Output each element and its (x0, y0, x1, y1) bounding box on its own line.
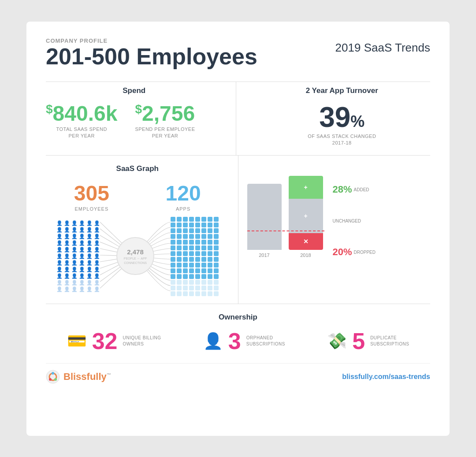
app-icon (214, 268, 219, 273)
year-2018-label: 2018 (300, 253, 311, 258)
app-icon (208, 223, 212, 227)
ownership-section-label: Ownership (46, 313, 430, 322)
app-icon (189, 223, 194, 227)
app-icon (177, 274, 182, 279)
people-row: 👤👤👤👤👤👤 (56, 267, 100, 272)
app-icon (189, 234, 194, 239)
per-employee-desc: SPEND PER EMPLOYEEPER YEAR (135, 126, 195, 140)
app-icon (208, 217, 212, 222)
app-icon (195, 234, 200, 239)
app-icon (201, 257, 206, 262)
app-icon (214, 286, 219, 290)
app-icon (201, 280, 206, 285)
app-icon (177, 223, 182, 227)
app-icon (177, 268, 182, 273)
top-row: Spend $840.6k TOTAL SAAS SPENDPER YEAR $… (46, 82, 430, 156)
app-icon (189, 280, 194, 285)
person-icon: 👤 (64, 280, 70, 286)
person-icon: 👤 (56, 247, 63, 253)
app-icon (208, 228, 212, 233)
app-row (171, 280, 219, 285)
person-icon: 👤 (56, 253, 63, 259)
people-row: 👤👤👤👤👤👤 (56, 260, 100, 266)
app-icon (177, 240, 182, 245)
bar-dropped: ✕ (289, 233, 323, 250)
person-icon: 👤 (79, 260, 85, 266)
company-info: COMPANY PROFILE 201-500 Employees (46, 37, 257, 69)
app-icon (183, 268, 188, 273)
people-row: 👤👤👤👤👤👤 (56, 253, 100, 259)
apps-label: APPS (166, 206, 201, 212)
app-icon (171, 280, 175, 285)
app-icon (201, 223, 206, 227)
billing-icon: 💳 (67, 332, 87, 350)
unchanged-label-row: UNCHANGED (333, 219, 376, 223)
unchanged-text: UNCHANGED (333, 219, 361, 223)
app-icon (189, 251, 194, 256)
app-icon (201, 286, 206, 290)
app-icon (183, 251, 188, 256)
app-icon (171, 263, 175, 268)
person-icon: 👤 (86, 227, 93, 233)
person-icon: 👤 (86, 267, 93, 272)
app-icon (177, 257, 182, 262)
app-icon (201, 251, 206, 256)
graph-section-label: SaaS Graph (46, 164, 229, 173)
app-row (171, 217, 219, 222)
app-icon (183, 286, 188, 290)
app-icon (214, 240, 219, 245)
year-2017-label: 2017 (259, 253, 269, 258)
app-icon (183, 274, 188, 279)
app-icon (214, 217, 219, 222)
duplicate-item: 💸 5 DUPLICATESUBSCRIPTIONS (327, 330, 409, 353)
saas-trends-label: 2019 SaaS Trends (335, 37, 430, 55)
person-icon: 👤 (71, 273, 78, 279)
app-icon (183, 223, 188, 227)
app-icon (195, 223, 200, 227)
app-icon (183, 217, 188, 222)
person-icon: 👤 (79, 273, 85, 279)
people-row: 👤👤👤👤👤👤 (56, 234, 100, 239)
orphaned-num: 3 (228, 330, 241, 353)
people-row: 👤👤👤👤👤👤 (56, 286, 100, 292)
person-icon: 👤 (64, 227, 70, 233)
ownership-section: Ownership 💳 32 UNIQUE BILLINGOWNERS 👤 3 … (46, 304, 430, 357)
person-icon: 👤 (56, 280, 63, 286)
svg-point-0 (117, 238, 154, 275)
employees-count: 305 (74, 181, 109, 205)
person-icon: 👤 (94, 286, 100, 292)
app-icon (201, 268, 206, 273)
person-icon: 👤 (71, 253, 78, 259)
app-icon-grid (171, 217, 219, 296)
added-pct: 28% (333, 184, 352, 195)
app-icon (189, 291, 194, 296)
person-icon: 👤 (79, 280, 85, 286)
app-icon (177, 286, 182, 290)
graph-visual: 👤👤👤👤👤👤👤👤👤👤👤👤👤👤👤👤👤👤👤👤👤👤👤👤👤👤👤👤👤👤👤👤👤👤👤👤👤👤👤👤… (46, 218, 229, 295)
orphaned-label: ORPHANEDSUBSCRIPTIONS (246, 335, 285, 347)
company-label: COMPANY PROFILE (46, 37, 257, 44)
footer-link[interactable]: blissfully.com/saas-trends (342, 373, 430, 381)
app-icon (214, 234, 219, 239)
app-icon (189, 245, 194, 250)
app-icon (171, 291, 175, 296)
person-icon: 👤 (79, 286, 85, 292)
person-icon: 👤 (71, 240, 78, 246)
app-icon (177, 291, 182, 296)
app-icon (183, 234, 188, 239)
app-icon (201, 274, 206, 279)
person-icon: 👤 (86, 253, 93, 259)
app-icon (171, 257, 175, 262)
person-icon: 👤 (86, 286, 93, 292)
person-icon: 👤 (86, 273, 93, 279)
app-row (171, 263, 219, 268)
person-icon: 👤 (64, 273, 70, 279)
person-icon: 👤 (64, 286, 70, 292)
app-icon (189, 228, 194, 233)
person-icon: 👤 (64, 260, 70, 266)
person-icon: 👤 (56, 234, 63, 239)
app-icon (195, 280, 200, 285)
person-icon: 👤 (79, 247, 85, 253)
people-row: 👤👤👤👤👤👤 (56, 240, 100, 246)
svg-point-6 (52, 372, 54, 375)
